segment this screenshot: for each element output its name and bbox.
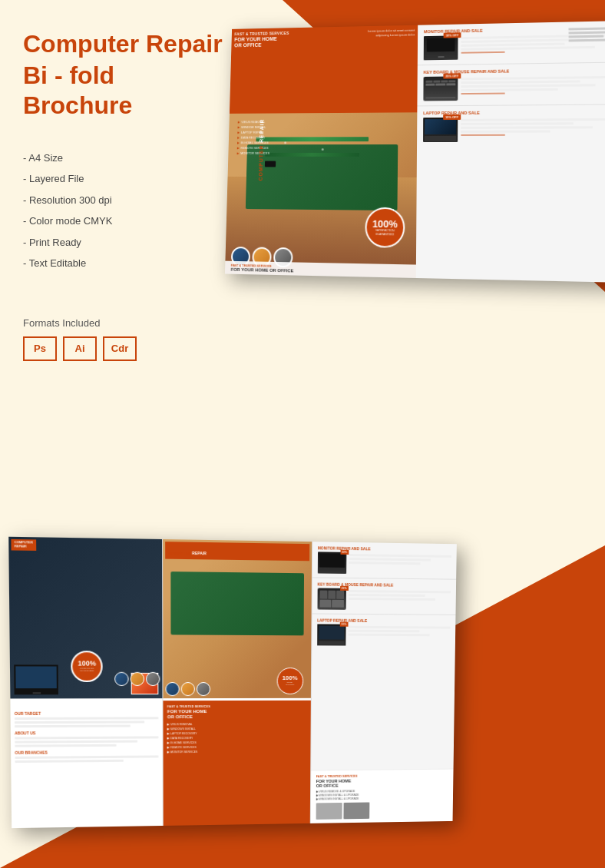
keyboard-section: KEY BOARD & MOUSE REPAIR AND SALE	[417, 63, 605, 107]
features-list: - A4 Size - Layered File - Resolution 30…	[23, 151, 223, 271]
brochure-top-right: MONITOR REPAIR AND SALE 10% OFF	[416, 21, 605, 283]
formats-label: Formats Included	[23, 317, 223, 329]
title-main: Computer Repair	[23, 31, 223, 58]
format-badge-cdr: Cdr	[103, 336, 137, 361]
format-badge-ps: Ps	[23, 336, 57, 361]
feature-item: - Color mode CMYK	[23, 214, 223, 229]
format-badges: Ps Ai Cdr	[23, 336, 223, 361]
feature-item: - Layered File	[23, 171, 223, 187]
title-sub: Bi - fold Brochure	[23, 61, 223, 120]
feature-item: - Resolution 300 dpi	[23, 193, 223, 208]
left-panel: Computer Repair Bi - fold Brochure - A4 …	[0, 0, 246, 868]
format-badge-ai: Ai	[63, 336, 97, 361]
feature-item: - Text Editable	[23, 256, 223, 271]
formats-section: Formats Included Ps Ai Cdr	[23, 317, 223, 361]
satisfaction-badge: 100% SATISFACTIONGUARANTEED	[365, 207, 405, 248]
feature-item: - Print Ready	[23, 235, 223, 250]
brochure-inner-right: MONITOR REPAIR AND SALE 10%	[310, 542, 456, 823]
brochure-top: FAST & TRUSTED SERVICES FOR YOUR HOMEOR …	[225, 21, 605, 283]
feature-item: - A4 Size	[23, 151, 223, 166]
brochure-top-left: FAST & TRUSTED SERVICES FOR YOUR HOMEOR …	[225, 25, 418, 278]
laptop-section: LAPTOP REPAIR AND SALE 15% OFF	[417, 104, 605, 147]
